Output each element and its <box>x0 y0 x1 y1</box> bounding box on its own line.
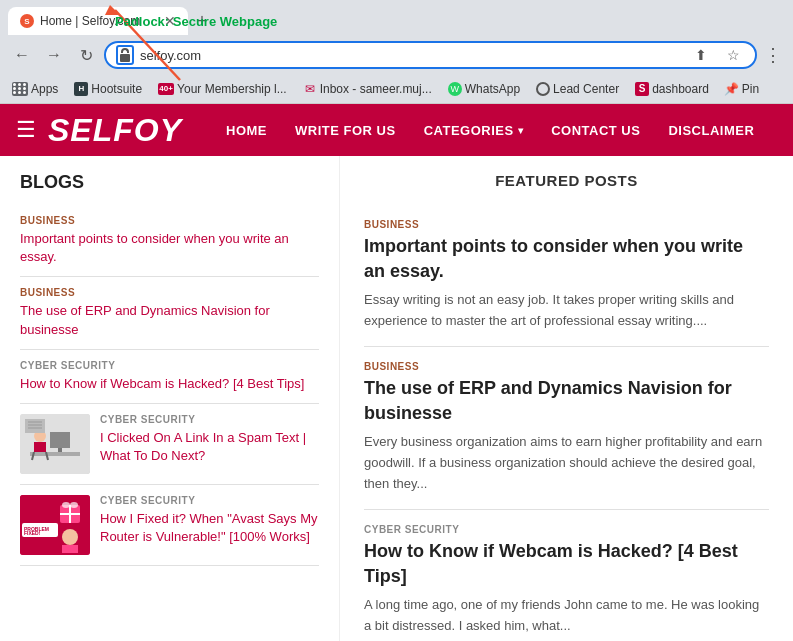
fp-category: BUSINESS <box>364 361 769 372</box>
selfoy-s-icon: S <box>635 82 649 96</box>
blog-category: CYBER SECURITY <box>100 414 319 425</box>
blog-title[interactable]: How to Know if Webcam is Hacked? [4 Best… <box>20 375 319 393</box>
sidebar-title: BLOGS <box>20 172 319 193</box>
svg-point-21 <box>62 502 70 508</box>
bookmark-selfoy-dashboard[interactable]: S dashboard <box>631 80 713 98</box>
nav-disclaimer[interactable]: DISCLAIMER <box>654 104 768 156</box>
svg-point-23 <box>62 529 78 545</box>
fp-category: BUSINESS <box>364 219 769 230</box>
bookmark-whatsapp[interactable]: W WhatsApp <box>444 80 524 98</box>
blog-title[interactable]: The use of ERP and Dynamics Navision for… <box>20 302 319 338</box>
list-item: BUSINESS The use of ERP and Dynamics Nav… <box>20 277 319 349</box>
fp-excerpt: Essay writing is not an easy job. It tak… <box>364 290 769 332</box>
sidebar: BLOGS BUSINESS Important points to consi… <box>0 156 340 641</box>
back-button[interactable]: ← <box>8 41 36 69</box>
fp-title[interactable]: The use of ERP and Dynamics Navision for… <box>364 376 769 426</box>
leadcenter-icon <box>536 82 550 96</box>
blog-category: BUSINESS <box>20 215 319 226</box>
featured-post: BUSINESS Important points to consider wh… <box>364 205 769 347</box>
list-item: CYBER SECURITY I Clicked On A Link In a … <box>20 404 319 485</box>
blog-item-content: CYBER SECURITY How I Fixed it? When "Ava… <box>100 495 319 555</box>
list-item: PROBLEM FIXED! CYBER SECURITY How I Fixe… <box>20 485 319 566</box>
site-nav: ☰ SELFOY HOME WRITE FOR US CATEGORIES ▾ … <box>0 104 793 156</box>
bookmark-apps[interactable]: Apps <box>8 80 62 98</box>
bookmark-leadcenter-label: Lead Center <box>553 82 619 96</box>
svg-rect-7 <box>34 442 46 452</box>
svg-rect-10 <box>25 419 45 433</box>
blog-item-content: CYBER SECURITY I Clicked On A Link In a … <box>100 414 319 474</box>
svg-rect-5 <box>58 448 62 452</box>
bookmark-star-icon[interactable]: ☆ <box>721 43 745 67</box>
whatsapp-icon: W <box>448 82 462 96</box>
featured-section-title: FEATURED POSTS <box>364 172 769 189</box>
featured-post: CYBER SECURITY How to Know if Webcam is … <box>364 510 769 641</box>
bookmark-selfoy-label: dashboard <box>652 82 709 96</box>
bookmark-leadcenter[interactable]: Lead Center <box>532 80 623 98</box>
bookmark-pin[interactable]: 📌 Pin <box>721 80 763 98</box>
nav-write-for-us[interactable]: WRITE FOR US <box>281 104 410 156</box>
blog-thumbnail: PROBLEM FIXED! <box>20 495 90 555</box>
svg-point-22 <box>70 502 78 508</box>
bookmark-apps-label: Apps <box>31 82 58 96</box>
annotation-text: Padlock: Secure Webpage <box>115 14 277 29</box>
blog-category: CYBER SECURITY <box>20 360 319 371</box>
address-icons: ⬆ ☆ <box>689 43 745 67</box>
bookmark-pin-label: Pin <box>742 82 759 96</box>
svg-rect-4 <box>50 432 70 448</box>
list-item: BUSINESS Important points to consider wh… <box>20 205 319 277</box>
svg-text:FIXED!: FIXED! <box>24 530 41 536</box>
tab-favicon: S <box>20 14 34 28</box>
nav-contact-us[interactable]: CONTACT US <box>537 104 654 156</box>
hamburger-menu-icon[interactable]: ☰ <box>16 117 36 143</box>
nav-home[interactable]: HOME <box>212 104 281 156</box>
fp-category: CYBER SECURITY <box>364 524 769 535</box>
pin-icon: 📌 <box>725 82 739 96</box>
browser-menu-icon[interactable]: ⋮ <box>761 43 785 67</box>
share-icon[interactable]: ⬆ <box>689 43 713 67</box>
featured-post: BUSINESS The use of ERP and Dynamics Nav… <box>364 347 769 510</box>
blog-title[interactable]: Important points to consider when you wr… <box>20 230 319 266</box>
blog-thumbnail <box>20 414 90 474</box>
bookmark-inbox-label: Inbox - sameer.muj... <box>320 82 432 96</box>
list-item: CYBER SECURITY How to Know if Webcam is … <box>20 350 319 404</box>
svg-rect-3 <box>30 452 80 456</box>
blog-category: BUSINESS <box>20 287 319 298</box>
blog-category: CYBER SECURITY <box>100 495 319 506</box>
apps-grid-icon <box>12 82 28 96</box>
blog-title[interactable]: How I Fixed it? When "Avast Says My Rout… <box>100 510 319 546</box>
main-content: BLOGS BUSINESS Important points to consi… <box>0 156 793 641</box>
site-logo[interactable]: SELFOY <box>48 112 182 149</box>
svg-rect-24 <box>62 545 78 553</box>
fp-title[interactable]: How to Know if Webcam is Hacked? [4 Best… <box>364 539 769 589</box>
nav-links: HOME WRITE FOR US CATEGORIES ▾ CONTACT U… <box>212 104 768 156</box>
fp-title[interactable]: Important points to consider when you wr… <box>364 234 769 284</box>
categories-dropdown-arrow: ▾ <box>518 125 524 136</box>
bookmark-whatsapp-label: WhatsApp <box>465 82 520 96</box>
blog-title[interactable]: I Clicked On A Link In a Spam Text | Wha… <box>100 429 319 465</box>
nav-categories[interactable]: CATEGORIES ▾ <box>410 104 538 156</box>
featured-section: FEATURED POSTS BUSINESS Important points… <box>340 156 793 641</box>
fp-excerpt: A long time ago, one of my friends John … <box>364 595 769 637</box>
inbox-icon: ✉ <box>303 82 317 96</box>
bookmark-inbox[interactable]: ✉ Inbox - sameer.muj... <box>299 80 436 98</box>
fp-excerpt: Every business organization aims to earn… <box>364 432 769 494</box>
